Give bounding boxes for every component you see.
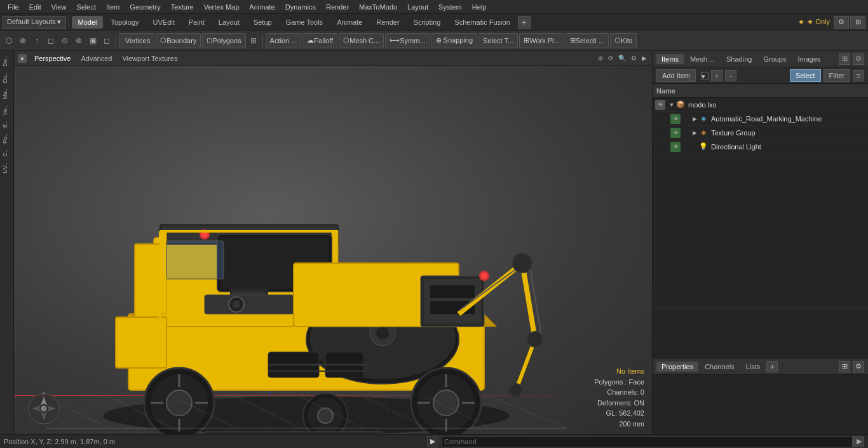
panel-tab-groups[interactable]: Groups (758, 54, 791, 64)
scene-canvas[interactable]: No Items Polygons : Face Channels: 0 Def… (14, 66, 652, 434)
sidebar-item-c[interactable]: C.. (1, 147, 13, 160)
snapping-button[interactable]: ⊕ Snapping (431, 33, 478, 48)
menu-render[interactable]: Render (321, 2, 354, 12)
panel-resize-btn[interactable]: ⊞ (839, 53, 850, 65)
tool-paint-icon[interactable]: ◻ (100, 34, 113, 47)
mesh-c-button[interactable]: ⬡ Mesh C... (339, 33, 384, 48)
layout-settings-btn[interactable]: ⚙ (834, 16, 849, 29)
tool-rect-icon[interactable]: ◻ (44, 34, 57, 47)
tool-unknown-icon[interactable]: ⊞ (247, 34, 260, 47)
menu-texture[interactable]: Texture (166, 2, 199, 12)
menu-select[interactable]: Select (71, 2, 101, 12)
item-expand-root[interactable]: ▼ (668, 101, 675, 109)
layout-tab-uvedit[interactable]: UVEdit (147, 16, 181, 29)
panel-tab-mesh[interactable]: Mesh ... (685, 54, 720, 64)
viewport-settings-btn[interactable]: ⚙ (630, 55, 638, 62)
layout-tab-paint[interactable]: Paint (182, 16, 211, 29)
layout-tab-topology[interactable]: Topology (104, 16, 145, 29)
menu-edit[interactable]: Edit (24, 2, 46, 12)
items-action-btn-1[interactable]: + (711, 70, 722, 81)
viewport-zoom-btn[interactable]: 🔍 (617, 55, 627, 62)
item-vis-machine[interactable]: 👁 (670, 114, 681, 124)
layout-expand-btn[interactable]: ⊞ (850, 16, 865, 29)
props-resize-btn[interactable]: ⊞ (839, 361, 850, 372)
selecti-button[interactable]: ⊞ Selecti ... (566, 33, 609, 48)
layout-tab-model[interactable]: Model (72, 16, 104, 29)
add-item-button[interactable]: Add Item (656, 69, 696, 82)
viewport-expand-btn[interactable]: ▶ (641, 55, 648, 62)
action-button[interactable]: Action ... (266, 33, 302, 48)
viewport-rotate-btn[interactable]: ⟳ (607, 55, 614, 62)
menu-dynamics[interactable]: Dynamics (280, 2, 321, 12)
layout-tab-layout[interactable]: Layout (212, 16, 246, 29)
props-settings-btn[interactable]: ⚙ (853, 361, 864, 372)
menu-vertex-map[interactable]: Vertex Map (199, 2, 245, 12)
layout-tab-schematic[interactable]: Schematic Fusion (448, 16, 516, 29)
tool-crosshair-icon[interactable]: ⊕ (17, 34, 29, 47)
layout-dropdown[interactable]: Default Layouts ▾ (3, 16, 66, 29)
props-tab-channels[interactable]: Channels (700, 362, 739, 372)
tool-circle-icon[interactable]: ⊙ (58, 34, 71, 47)
panel-settings-btn[interactable]: ⚙ (853, 53, 864, 65)
items-action-btn-2[interactable]: - (725, 70, 736, 81)
kits-button[interactable]: ⬡ Kits (610, 33, 637, 48)
props-tab-properties[interactable]: Properties (656, 362, 698, 372)
tool-arrow-icon[interactable]: ↑ (31, 34, 43, 47)
item-row-texture[interactable]: 👁 ▶ ◈ Texture Group (653, 126, 868, 140)
item-row-machine[interactable]: 👁 ▶ ◈ Automatic_Road_Marking_Machine (653, 112, 868, 126)
layout-tab-gametools[interactable]: Game Tools (280, 16, 330, 29)
sidebar-item-de[interactable]: De.. (1, 53, 13, 69)
vertices-button[interactable]: · Vertices (119, 33, 154, 48)
tool-lasso-icon[interactable]: ⊚ (72, 34, 85, 47)
viewport-dot-btn[interactable]: ● (18, 54, 27, 63)
menu-maxtomodo[interactable]: MaxToModo (354, 2, 402, 12)
items-filter-button[interactable]: Filter (824, 69, 850, 82)
menu-item[interactable]: Item (101, 2, 125, 12)
menu-view[interactable]: View (46, 2, 72, 12)
command-input[interactable] (442, 438, 852, 445)
menu-help[interactable]: Help (467, 2, 492, 12)
symm-button[interactable]: ⟷ Symm... (385, 33, 430, 48)
select-t-button[interactable]: Select T... (478, 33, 518, 48)
tool-poly-icon[interactable]: ▣ (86, 34, 99, 47)
layout-tab-render[interactable]: Render (370, 16, 405, 29)
panel-tab-items[interactable]: Items (656, 54, 684, 64)
item-vis-root[interactable]: 👁 (655, 100, 665, 110)
sidebar-item-uv[interactable]: UV.. (1, 160, 13, 176)
command-run-btn[interactable]: ▶ (853, 436, 864, 447)
props-add-btn[interactable]: + (766, 361, 778, 372)
layout-tab-animate[interactable]: Animate (330, 16, 369, 29)
props-tab-lists[interactable]: Lists (741, 362, 766, 372)
menu-animate[interactable]: Animate (244, 2, 280, 12)
item-row-light[interactable]: 👁 ▶ 💡 Directional Light (653, 140, 868, 154)
items-menu-btn[interactable]: ≡ (853, 70, 864, 81)
items-select-button[interactable]: Select (790, 69, 821, 82)
item-expand-machine[interactable]: ▶ (691, 115, 698, 123)
viewport-tab-advanced[interactable]: Advanced (78, 55, 114, 62)
menu-geometry[interactable]: Geometry (125, 2, 165, 12)
boundary-button[interactable]: ⬡ Boundary (156, 33, 201, 48)
falloff-button[interactable]: ☁ Falloff (302, 33, 337, 48)
viewport-home-btn[interactable]: ⊕ (597, 55, 604, 62)
sidebar-item-e[interactable]: E.. (1, 118, 13, 130)
panel-tab-images[interactable]: Images (792, 54, 825, 64)
sidebar-item-du[interactable]: Du.. (1, 70, 13, 86)
menu-file[interactable]: File (3, 2, 24, 12)
arrow-down-btn[interactable]: ▾ (701, 72, 709, 79)
work-pl-button[interactable]: ⊞ Work Pl... (519, 33, 564, 48)
item-vis-texture[interactable]: 👁 (670, 128, 681, 138)
viewport-tab-perspective[interactable]: Perspective (32, 55, 73, 62)
viewport-tab-textures[interactable]: Viewport Textures (119, 55, 180, 62)
layout-tab-scripting[interactable]: Scripting (407, 16, 447, 29)
sidebar-item-po[interactable]: Po.. (1, 131, 13, 146)
menu-system[interactable]: System (433, 2, 467, 12)
tool-select-icon[interactable]: ⬡ (3, 34, 15, 47)
bottom-expand-btn[interactable]: ▶ (427, 436, 438, 447)
item-row-root[interactable]: 👁 ▼ 📦 modo.lxo (653, 98, 868, 112)
menu-layout[interactable]: Layout (402, 2, 433, 12)
polygons-button[interactable]: ◻ Polygons (202, 33, 245, 48)
sidebar-item-ve[interactable]: Ve.. (1, 103, 13, 118)
panel-tab-shading[interactable]: Shading (721, 54, 757, 64)
item-expand-texture[interactable]: ▶ (691, 129, 698, 137)
sidebar-item-me[interactable]: Me.. (1, 86, 13, 102)
